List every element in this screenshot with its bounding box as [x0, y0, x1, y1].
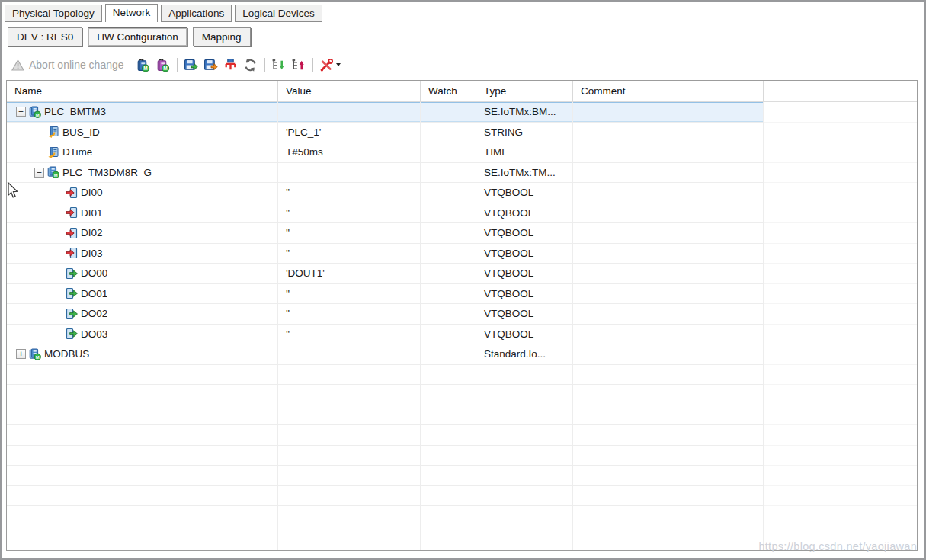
watch-cell[interactable]: [421, 203, 476, 224]
value-cell[interactable]: '': [278, 183, 421, 203]
comment-cell[interactable]: [573, 163, 764, 184]
tab-logical-devices[interactable]: Logical Devices: [235, 5, 322, 22]
tree-table-row[interactable]: − M PLC_TM3DM8R_G SE.IoTMx:TM...: [7, 163, 917, 184]
tree-table-row[interactable]: − M PLC_BMTM3 SE.IoTMx:BM...: [7, 102, 917, 123]
watch-cell[interactable]: [421, 284, 476, 305]
empty-table-row[interactable]: [7, 385, 917, 405]
comment-cell[interactable]: [573, 142, 764, 163]
empty-table-row[interactable]: [7, 486, 917, 507]
tree-expander-icon[interactable]: −: [34, 168, 44, 178]
expand-all-button[interactable]: [270, 56, 288, 74]
tree-table-row[interactable]: DO02 '' VTQBOOL: [7, 304, 917, 325]
tree-table-row[interactable]: BUS_ID 'PLC_1' STRING: [7, 123, 917, 143]
value-cell[interactable]: '': [278, 304, 421, 325]
subtab-dev-res0[interactable]: DEV : RES0: [8, 27, 82, 46]
value-cell[interactable]: [278, 344, 421, 365]
empty-table-row[interactable]: [7, 446, 917, 466]
watch-cell[interactable]: [421, 123, 476, 143]
watch-cell[interactable]: [421, 304, 476, 325]
tools-menu-button[interactable]: [318, 56, 342, 74]
refresh-button[interactable]: [242, 56, 260, 74]
module-import-button[interactable]: M: [154, 56, 172, 74]
tree-expander-icon[interactable]: +: [16, 349, 26, 359]
column-header-name[interactable]: Name: [7, 81, 278, 101]
comment-cell[interactable]: [573, 183, 764, 203]
column-header-value[interactable]: Value: [278, 81, 421, 101]
comment-cell[interactable]: [573, 264, 764, 284]
type-cell: TIME: [476, 142, 573, 163]
subtab-mapping[interactable]: Mapping: [193, 27, 251, 46]
empty-table-row[interactable]: [7, 466, 917, 486]
filler-cell: [764, 365, 917, 386]
tree-table-row[interactable]: DO00 'DOUT1' VTQBOOL: [7, 264, 917, 284]
value-cell[interactable]: 'PLC_1': [278, 123, 421, 143]
tab-physical-topology[interactable]: Physical Topology: [5, 5, 102, 22]
comment-cell[interactable]: [573, 102, 764, 123]
watch-cell[interactable]: [421, 183, 476, 203]
abort-online-change-button[interactable]: Abort online change: [11, 59, 124, 71]
abort-online-change-label: Abort online change: [29, 59, 124, 71]
watch-cell[interactable]: [421, 102, 476, 123]
tree-table-row[interactable]: DO01 '' VTQBOOL: [7, 284, 917, 305]
comment-cell[interactable]: [573, 304, 764, 325]
value-cell[interactable]: [278, 102, 421, 123]
value-cell[interactable]: '': [278, 325, 421, 345]
row-name-label: DI02: [81, 223, 103, 243]
communication-settings-button[interactable]: [222, 56, 240, 74]
hw-configuration-grid: Name Value Watch Type Comment − M PLC_BM…: [6, 80, 918, 551]
value-cell[interactable]: 'DOUT1': [278, 264, 421, 284]
column-header-comment[interactable]: Comment: [573, 81, 764, 101]
value-cell[interactable]: '': [278, 244, 421, 264]
row-icon-slot: [66, 206, 78, 219]
tree-table-row[interactable]: + M MODBUS Standard.Io...: [7, 344, 917, 365]
watch-cell[interactable]: [421, 244, 476, 264]
comment-cell[interactable]: [573, 123, 764, 143]
tree-table-row[interactable]: DI03 '' VTQBOOL: [7, 244, 917, 264]
comment-cell[interactable]: [573, 325, 764, 345]
empty-table-row[interactable]: [7, 425, 917, 446]
type-cell: SE.IoTMx:TM...: [476, 163, 573, 184]
watch-cell[interactable]: [421, 264, 476, 284]
comment-cell[interactable]: [573, 244, 764, 264]
module-export-button[interactable]: M: [134, 56, 152, 74]
watch-cell[interactable]: [421, 223, 476, 244]
type-cell: [476, 486, 573, 507]
comment-cell[interactable]: [573, 284, 764, 305]
tree-table-row[interactable]: DI00 '' VTQBOOL: [7, 183, 917, 203]
empty-table-row[interactable]: [7, 365, 917, 386]
comment-cell[interactable]: [573, 344, 764, 365]
export-button[interactable]: [182, 56, 200, 74]
value-cell[interactable]: T#50ms: [278, 142, 421, 163]
column-header-watch[interactable]: Watch: [421, 81, 476, 101]
param-icon: [47, 126, 59, 138]
column-header-type[interactable]: Type: [476, 81, 573, 101]
comment-cell[interactable]: [573, 223, 764, 244]
subtab-hw-configuration[interactable]: HW Configuration: [88, 27, 187, 46]
empty-table-row[interactable]: [7, 506, 917, 526]
tree-table-row[interactable]: DI02 '' VTQBOOL: [7, 223, 917, 244]
watch-cell[interactable]: [421, 325, 476, 345]
tree-table-row[interactable]: DO03 '' VTQBOOL: [7, 325, 917, 345]
comment-cell[interactable]: [573, 203, 764, 224]
value-cell[interactable]: '': [278, 203, 421, 224]
watch-cell[interactable]: [421, 163, 476, 184]
input-icon: [66, 227, 78, 239]
collapse-all-button[interactable]: [290, 56, 308, 74]
import-button[interactable]: [202, 56, 220, 74]
device-icon: M: [29, 106, 41, 118]
empty-table-row[interactable]: [7, 405, 917, 426]
name-cell: [7, 405, 278, 426]
name-cell: BUS_ID: [7, 123, 278, 143]
value-cell[interactable]: '': [278, 284, 421, 305]
tree-table-row[interactable]: DI01 '' VTQBOOL: [7, 203, 917, 224]
value-cell[interactable]: '': [278, 223, 421, 244]
tab-applications[interactable]: Applications: [161, 5, 232, 22]
value-cell[interactable]: [278, 163, 421, 184]
output-icon: [66, 287, 78, 299]
tree-expander-icon[interactable]: −: [16, 107, 26, 117]
tab-network[interactable]: Network: [105, 4, 159, 22]
watch-cell[interactable]: [421, 142, 476, 163]
watch-cell[interactable]: [421, 344, 476, 365]
row-icon-slot: M: [29, 106, 41, 118]
tree-table-row[interactable]: DTime T#50ms TIME: [7, 142, 917, 163]
